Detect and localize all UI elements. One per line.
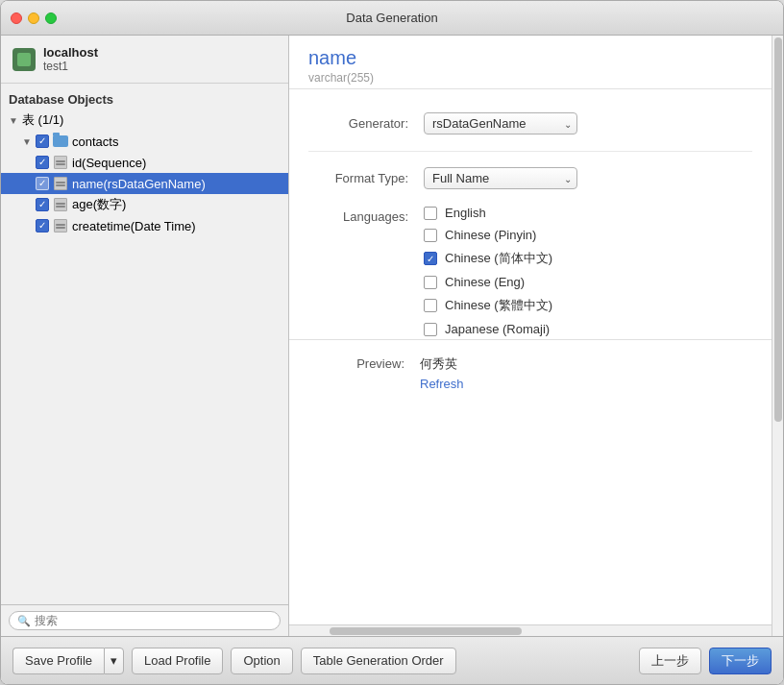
server-icon-inner bbox=[17, 53, 31, 66]
name-label: name(rsDataGenName) bbox=[72, 177, 206, 191]
tree-item-id[interactable]: id(Sequence) bbox=[1, 152, 288, 173]
next-button[interactable]: 下一步 bbox=[709, 648, 772, 674]
lang-checkbox-chinese-pinyin[interactable] bbox=[424, 229, 437, 242]
field-header: name varchar(255) bbox=[289, 36, 772, 89]
save-profile-button[interactable]: Save Profile bbox=[12, 648, 104, 674]
generator-control: rsDataGenName Random String Sequential ⌄ bbox=[424, 112, 752, 135]
id-label: id(Sequence) bbox=[72, 156, 146, 170]
right-panel-inner: name varchar(255) Generator: rsDataGenNa… bbox=[289, 36, 783, 636]
search-wrap: 🔍 bbox=[9, 611, 281, 630]
server-icon bbox=[12, 48, 36, 71]
section-label: Database Objects bbox=[9, 92, 113, 107]
lang-label-chinese-eng: Chinese (Eng) bbox=[445, 275, 525, 289]
generator-label: Generator: bbox=[308, 112, 424, 135]
tree-item-age[interactable]: age(数字) bbox=[1, 194, 288, 215]
tree-item-name[interactable]: name(rsDataGenName) bbox=[1, 173, 288, 194]
contacts-folder-icon bbox=[53, 134, 68, 149]
generator-dropdown-container: rsDataGenName Random String Sequential ⌄ bbox=[424, 112, 577, 135]
separator-1 bbox=[308, 151, 752, 152]
search-input[interactable] bbox=[35, 614, 272, 627]
main-window: Data Generation localhost test1 Database… bbox=[0, 0, 784, 685]
preview-row: Preview: 何秀英 bbox=[308, 355, 752, 373]
close-button[interactable] bbox=[11, 12, 22, 24]
lang-label-chinese-pinyin: Chinese (Pinyin) bbox=[445, 228, 536, 242]
lang-item-chinese-traditional[interactable]: Chinese (繁體中文) bbox=[424, 297, 752, 314]
save-profile-group: Save Profile ▾ bbox=[12, 648, 124, 674]
window-title: Data Generation bbox=[346, 11, 437, 25]
server-database: test1 bbox=[43, 60, 98, 73]
main-content: localhost test1 Database Objects ▼ 表 (1/… bbox=[1, 36, 783, 636]
contacts-checkbox[interactable] bbox=[36, 135, 49, 148]
refresh-link[interactable]: Refresh bbox=[420, 377, 464, 391]
lang-item-chinese-simplified[interactable]: Chinese (简体中文) bbox=[424, 250, 752, 267]
lang-checkbox-chinese-simplified[interactable] bbox=[424, 252, 437, 265]
tree-area: Database Objects ▼ 表 (1/1) ▼ contacts bbox=[1, 84, 288, 604]
panel-scroll-content: name varchar(255) Generator: rsDataGenNa… bbox=[289, 36, 772, 636]
languages-control: English Chinese (Pinyin) bbox=[424, 206, 752, 339]
vertical-scrollbar[interactable] bbox=[772, 36, 783, 636]
lang-checkbox-english[interactable] bbox=[424, 207, 437, 220]
horizontal-scrollbar-thumb[interactable] bbox=[330, 627, 522, 635]
tree-tables-group[interactable]: ▼ 表 (1/1) bbox=[1, 110, 288, 131]
id-col-icon bbox=[53, 155, 68, 170]
lang-label-chinese-simplified: Chinese (简体中文) bbox=[445, 250, 552, 267]
lang-item-english[interactable]: English bbox=[424, 206, 752, 220]
languages-list: English Chinese (Pinyin) bbox=[424, 206, 752, 339]
preview-value: 何秀英 bbox=[420, 355, 457, 373]
expand-arrow-icon: ▼ bbox=[9, 115, 22, 126]
back-button[interactable]: 上一步 bbox=[639, 648, 701, 674]
lang-label-japanese-romaji: Japanese (Romaji) bbox=[445, 322, 550, 336]
bottom-bar: Save Profile ▾ Load Profile Option Table… bbox=[1, 636, 783, 684]
lang-checkbox-chinese-traditional[interactable] bbox=[424, 299, 437, 312]
lang-item-japanese-romaji[interactable]: Japanese (Romaji) bbox=[424, 322, 752, 336]
traffic-lights bbox=[11, 12, 57, 24]
contacts-label: contacts bbox=[72, 135, 118, 149]
field-name: name bbox=[308, 47, 752, 69]
titlebar: Data Generation bbox=[1, 1, 783, 36]
option-button[interactable]: Option bbox=[231, 648, 292, 674]
lang-item-chinese-pinyin[interactable]: Chinese (Pinyin) bbox=[424, 228, 752, 242]
horizontal-scrollbar[interactable] bbox=[289, 624, 772, 636]
age-col-icon bbox=[53, 197, 68, 212]
table-generation-order-button[interactable]: Table Generation Order bbox=[301, 648, 456, 674]
vertical-scrollbar-thumb[interactable] bbox=[774, 37, 782, 422]
minimize-button[interactable] bbox=[28, 12, 39, 24]
right-panel: name varchar(255) Generator: rsDataGenNa… bbox=[289, 36, 783, 636]
tree-item-contacts[interactable]: ▼ contacts bbox=[1, 131, 288, 152]
preview-section: Preview: 何秀英 Refresh bbox=[289, 339, 772, 406]
load-profile-button[interactable]: Load Profile bbox=[132, 648, 223, 674]
save-profile-arrow-button[interactable]: ▾ bbox=[104, 648, 124, 674]
id-checkbox[interactable] bbox=[36, 156, 49, 169]
server-info: localhost test1 bbox=[1, 36, 288, 84]
languages-label: Languages: bbox=[308, 206, 424, 229]
tree-item-createtime[interactable]: createtime(Date Time) bbox=[1, 215, 288, 236]
name-col-icon bbox=[53, 176, 68, 191]
section-header: Database Objects bbox=[1, 89, 288, 110]
format-type-dropdown[interactable]: Full Name First Name Last Name bbox=[424, 167, 577, 189]
lang-label-chinese-traditional: Chinese (繁體中文) bbox=[445, 297, 552, 314]
format-type-label: Format Type: bbox=[308, 167, 424, 190]
generator-row: Generator: rsDataGenName Random String S… bbox=[289, 105, 772, 143]
age-checkbox[interactable] bbox=[36, 198, 49, 211]
createtime-checkbox[interactable] bbox=[36, 219, 49, 232]
sidebar: localhost test1 Database Objects ▼ 表 (1/… bbox=[1, 36, 289, 636]
languages-row: Languages: English bbox=[289, 198, 772, 339]
createtime-label: createtime(Date Time) bbox=[72, 219, 196, 233]
tables-group-label: 表 (1/1) bbox=[22, 111, 63, 129]
format-type-dropdown-container: Full Name First Name Last Name ⌄ bbox=[424, 167, 577, 189]
generator-dropdown[interactable]: rsDataGenName Random String Sequential bbox=[424, 112, 577, 135]
settings-area: Generator: rsDataGenName Random String S… bbox=[289, 89, 772, 339]
lang-item-chinese-eng[interactable]: Chinese (Eng) bbox=[424, 275, 752, 289]
save-arrow-icon: ▾ bbox=[110, 653, 117, 668]
server-name: localhost bbox=[43, 45, 98, 60]
search-bar: 🔍 bbox=[1, 604, 288, 636]
lang-checkbox-chinese-eng[interactable] bbox=[424, 276, 437, 289]
age-label: age(数字) bbox=[72, 196, 126, 213]
lang-checkbox-japanese-romaji[interactable] bbox=[424, 323, 437, 336]
format-type-control: Full Name First Name Last Name ⌄ bbox=[424, 167, 752, 189]
name-checkbox[interactable] bbox=[36, 177, 49, 190]
format-type-row: Format Type: Full Name First Name Last N… bbox=[289, 159, 772, 198]
maximize-button[interactable] bbox=[45, 12, 57, 24]
field-type: varchar(255) bbox=[308, 71, 752, 85]
lang-label-english: English bbox=[445, 206, 486, 220]
